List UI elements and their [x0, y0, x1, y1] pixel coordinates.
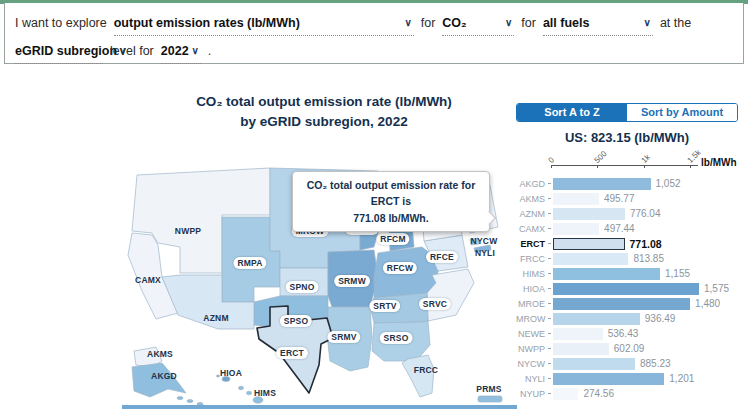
map-label-srmw: SRMW	[334, 275, 370, 287]
map-label-spso: SPSO	[280, 315, 312, 327]
bar[interactable]	[553, 313, 640, 325]
map-label-nyli: NYLI	[475, 248, 495, 258]
bar[interactable]	[553, 208, 625, 220]
axis-tick-label: 0	[547, 155, 557, 165]
bar[interactable]	[553, 328, 603, 340]
bar-label: AKMS	[516, 194, 548, 204]
query-text: level for	[110, 38, 154, 64]
bar[interactable]	[553, 253, 628, 265]
bar[interactable]	[553, 223, 599, 235]
bar-value: 936.49	[645, 313, 676, 324]
map-region-akgd[interactable]	[132, 363, 203, 406]
query-text: for	[421, 10, 436, 36]
bar-value: 536.43	[608, 328, 639, 339]
bar[interactable]	[553, 343, 609, 355]
bar-row-mroe[interactable]: MROE1,480	[516, 296, 744, 311]
bar[interactable]	[553, 268, 660, 280]
bar[interactable]	[553, 388, 578, 400]
dropdown-value: eGRID subregion	[15, 39, 117, 63]
chevron-down-icon: ∨	[189, 39, 200, 63]
bar-value: 497.44	[604, 223, 635, 234]
bar-value: 1,052	[656, 178, 681, 189]
bar[interactable]	[553, 373, 664, 385]
bar-row-tick	[548, 258, 551, 259]
bar-row-aznm[interactable]: AZNM776.04	[516, 206, 744, 221]
bar-row-tick	[548, 213, 551, 214]
map-label-nycw: NYCW	[471, 236, 498, 246]
map-label-spno: SPNO	[286, 281, 319, 293]
bar-row-tick	[548, 228, 551, 229]
bar[interactable]	[553, 238, 625, 250]
bar-value: 602.09	[614, 343, 645, 354]
dropdown-2022[interactable]: 2022∨	[161, 39, 201, 64]
bar-row-camx[interactable]: CAMX497.44	[516, 221, 744, 236]
bar-value: 1,480	[695, 298, 720, 309]
sort-a-to-z-button[interactable]: Sort A to Z	[517, 104, 627, 121]
bar-label: MROE	[516, 299, 548, 309]
map-region-frcc[interactable]	[402, 355, 434, 397]
bar-label: CAMX	[516, 224, 548, 234]
bar[interactable]	[553, 298, 690, 310]
bar[interactable]	[553, 358, 635, 370]
tooltip-line2: 771.08 lb/MWh.	[299, 210, 483, 226]
bar-row-akgd[interactable]: AKGD1,052	[516, 176, 744, 191]
bar-chart-panel: Sort A to Z Sort by Amount US: 823.15 (l…	[516, 103, 744, 401]
axis-tick-label: 1k	[640, 153, 652, 165]
bar-row-tick	[548, 243, 551, 244]
dropdown-value: 2022	[161, 39, 189, 63]
query-text: for	[521, 10, 536, 36]
bar-row-tick	[548, 273, 551, 274]
map-label-nwpp: NWPP	[175, 226, 201, 236]
map-label-srtv: SRTV	[369, 300, 400, 312]
dropdown-output-emission-rates-lb-mwh[interactable]: output emission rates (lb/MWh)∨	[114, 11, 414, 36]
bar[interactable]	[553, 283, 699, 295]
map-region-prms[interactable]	[478, 396, 502, 402]
bar-row-hims[interactable]: HIMS1,155	[516, 266, 744, 281]
bar-label: HIOA	[516, 284, 548, 294]
map-label-rfcm: RFCM	[376, 233, 409, 245]
map-label-aznm: AZNM	[203, 313, 228, 323]
bar-row-nyup[interactable]: NYUP274.56	[516, 386, 744, 401]
bar-label: AKGD	[516, 179, 548, 189]
map-label-hims: HIMS	[254, 388, 276, 398]
bar[interactable]	[553, 193, 599, 205]
sort-toggle: Sort A to Z Sort by Amount	[516, 103, 738, 122]
bar-row-nwpp[interactable]: NWPP602.09	[516, 341, 744, 356]
dropdown-value: CO₂	[442, 11, 466, 35]
dropdown-value: all fuels	[543, 11, 590, 35]
us-summary-value: US: 823.15 (lb/MWh)	[516, 130, 738, 145]
bar-row-newe[interactable]: NEWE536.43	[516, 326, 744, 341]
map-label-srso: SRSO	[380, 332, 413, 344]
bar-row-mrow[interactable]: MROW936.49	[516, 311, 744, 326]
bar-row-tick	[548, 363, 551, 364]
bar-row-frcc[interactable]: FRCC813.85	[516, 251, 744, 266]
bar-row-akms[interactable]: AKMS495.77	[516, 191, 744, 206]
bar-row-tick	[548, 198, 551, 199]
bar-row-tick	[548, 303, 551, 304]
map-region-srvc[interactable]	[427, 269, 474, 321]
sort-by-amount-button[interactable]: Sort by Amount	[627, 104, 737, 121]
dropdown-all-fuels[interactable]: all fuels∨	[543, 11, 653, 36]
map-label-akgd: AKGD	[151, 371, 177, 381]
bar-row-nycw[interactable]: NYCW885.23	[516, 356, 744, 371]
bar-label: MROW	[516, 314, 548, 324]
axis-tick	[644, 165, 645, 168]
map-label-camx: CAMX	[135, 275, 161, 285]
bar-row-hioa[interactable]: HIOA1,575	[516, 281, 744, 296]
bar-value: 1,155	[665, 268, 690, 279]
chevron-down-icon: ∨	[642, 11, 653, 35]
axis-tick-label: 500	[593, 149, 609, 165]
map-label-erct: ERCT	[276, 347, 308, 359]
bar-label: NYCW	[516, 359, 548, 369]
dropdown-egrid-subregion[interactable]: eGRID subregion∨	[15, 39, 103, 64]
bar-label: ERCT	[516, 239, 548, 249]
bar-row-erct[interactable]: ERCT771.08	[516, 236, 744, 251]
bar-value: 771.08	[630, 238, 662, 250]
bar-row-tick	[548, 318, 551, 319]
dropdown-co[interactable]: CO₂∨	[442, 11, 514, 36]
bar-row-nyli[interactable]: NYLI1,201	[516, 371, 744, 386]
bar-value: 885.23	[640, 358, 671, 369]
chevron-down-icon: ∨	[402, 11, 413, 35]
bar[interactable]	[553, 178, 651, 190]
bar-value: 495.77	[604, 193, 635, 204]
